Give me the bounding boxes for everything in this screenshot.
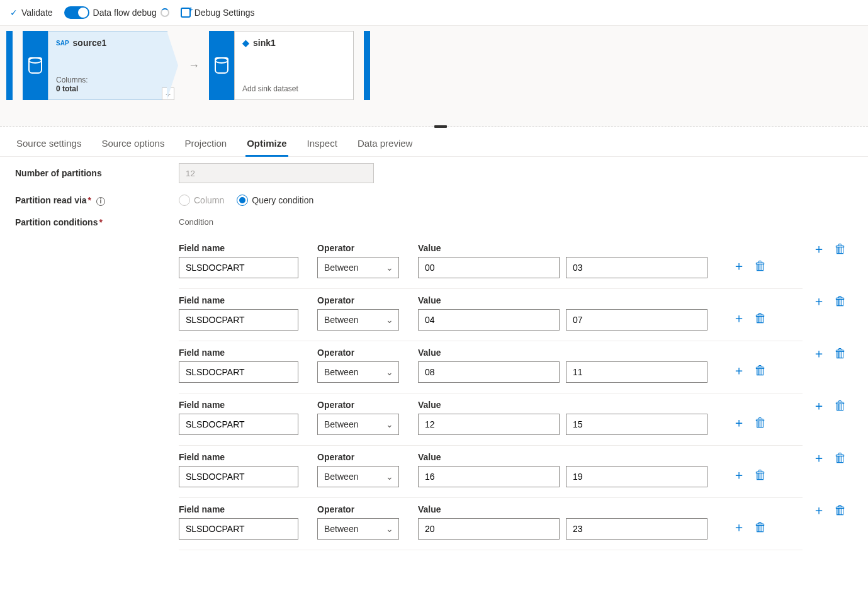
condition-row: Field name Operator Between ⌄ Value ＋ 🗑 … [179,446,803,498]
operator-select[interactable]: Between ⌄ [317,518,399,540]
value-from-input[interactable] [418,414,560,435]
chevron-down-icon: ⌄ [386,315,393,325]
value-label: Value [418,504,707,514]
chevron-down-icon: ⌄ [386,263,393,273]
operator-select[interactable]: Between ⌄ [317,466,399,487]
value-from-input[interactable] [418,518,560,540]
field-name-label: Field name [179,348,298,358]
value-label: Value [418,452,707,462]
operator-label: Operator [317,243,399,253]
operator-value: Between [324,419,358,429]
field-name-input[interactable] [179,309,298,331]
source-columns-value: 0 total [56,84,78,93]
flow-arrow-icon: → [188,59,200,72]
sink-db-icon [209,31,234,100]
operator-label: Operator [317,348,399,358]
value-to-input[interactable] [566,466,707,487]
value-from-input[interactable] [418,257,560,278]
delete-condition-button[interactable]: 🗑 [834,502,847,523]
add-condition-button[interactable]: ＋ [813,450,825,470]
value-from-input[interactable] [418,309,560,331]
value-to-input[interactable] [566,518,707,540]
value-to-input[interactable] [566,361,707,383]
delete-sub-condition-button[interactable]: 🗑 [754,519,767,540]
source-db-icon [23,31,48,100]
add-sub-condition-button[interactable]: ＋ [733,414,745,435]
value-from-input[interactable] [418,361,560,383]
source-title: source1 [73,38,107,48]
toggle-switch[interactable] [64,6,89,19]
add-condition-button[interactable]: ＋ [813,345,825,366]
add-condition-button[interactable]: ＋ [813,241,825,261]
toolbar: ✓ Validate Data flow debug Debug Setting… [0,0,868,26]
tab-optimize[interactable]: Optimize [245,134,288,157]
condition-row: Field name Operator Between ⌄ Value ＋ 🗑 … [179,289,803,341]
dataflow-canvas[interactable]: SAP source1 Columns: 0 total + → ◆ sink1… [0,26,868,127]
info-icon[interactable]: i [96,197,105,206]
value-to-input[interactable] [566,309,707,331]
tab-projection[interactable]: Projection [183,134,228,156]
data-flow-debug-toggle[interactable]: Data flow debug [64,6,169,19]
field-name-input[interactable] [179,466,298,487]
delete-condition-button[interactable]: 🗑 [834,450,847,470]
operator-label: Operator [317,400,399,410]
operator-value: Between [324,472,358,482]
field-name-input[interactable] [179,414,298,435]
partition-conditions-label: Partition conditions* [15,217,179,227]
num-partitions-input[interactable] [179,163,374,183]
loading-spinner-icon [161,8,169,17]
operator-select[interactable]: Between ⌄ [317,414,399,435]
add-sub-condition-button[interactable]: ＋ [733,519,745,540]
delete-sub-condition-button[interactable]: 🗑 [754,414,767,435]
check-icon: ✓ [10,8,18,18]
radio-query-condition[interactable]: Query condition [237,195,313,206]
radio-column[interactable]: Column [179,195,224,206]
validate-button[interactable]: ✓ Validate [10,8,53,18]
operator-select[interactable]: Between ⌄ [317,361,399,383]
canvas-left-edge [6,31,13,100]
azure-icon: ◆ [242,38,249,48]
field-name-input[interactable] [179,257,298,278]
add-sub-condition-button[interactable]: ＋ [733,467,745,487]
add-condition-button[interactable]: ＋ [813,293,825,314]
operator-value: Between [324,367,358,377]
operator-select[interactable]: Between ⌄ [317,257,399,278]
panel-resize-handle[interactable] [434,125,447,128]
delete-sub-condition-button[interactable]: 🗑 [754,310,767,331]
delete-condition-button[interactable]: 🗑 [834,397,847,418]
condition-row: Field name Operator Between ⌄ Value ＋ 🗑 … [179,393,803,446]
tab-data-preview[interactable]: Data preview [356,134,414,156]
chevron-down-icon: ⌄ [386,472,393,482]
value-from-input[interactable] [418,466,560,487]
source-tabs: Source settingsSource optionsProjectionO… [0,127,868,157]
tab-inspect[interactable]: Inspect [306,134,339,156]
tab-source-settings[interactable]: Source settings [15,134,82,156]
add-condition-button[interactable]: ＋ [813,397,825,418]
source-node[interactable]: SAP source1 Columns: 0 total + [23,31,178,100]
debug-settings-button[interactable]: Debug Settings [181,8,255,18]
delete-condition-button[interactable]: 🗑 [834,241,847,261]
condition-header: Condition [179,217,803,227]
delete-condition-button[interactable]: 🗑 [834,293,847,314]
value-to-input[interactable] [566,257,707,278]
add-condition-button[interactable]: ＋ [813,502,825,523]
add-sub-condition-button[interactable]: ＋ [733,362,745,383]
canvas-right-edge [364,31,370,100]
value-label: Value [418,295,707,305]
operator-value: Between [324,524,358,534]
validate-label: Validate [21,8,53,18]
field-name-input[interactable] [179,518,298,540]
delete-sub-condition-button[interactable]: 🗑 [754,258,767,278]
value-to-input[interactable] [566,414,707,435]
add-sub-condition-button[interactable]: ＋ [733,310,745,331]
operator-select[interactable]: Between ⌄ [317,309,399,331]
delete-condition-button[interactable]: 🗑 [834,345,847,366]
sink-node[interactable]: ◆ sink1 Add sink dataset [210,31,354,100]
delete-sub-condition-button[interactable]: 🗑 [754,467,767,487]
delete-sub-condition-button[interactable]: 🗑 [754,362,767,383]
operator-value: Between [324,263,358,273]
field-name-input[interactable] [179,361,298,383]
sink-title: sink1 [253,38,276,48]
tab-source-options[interactable]: Source options [100,134,166,156]
add-sub-condition-button[interactable]: ＋ [733,258,745,278]
